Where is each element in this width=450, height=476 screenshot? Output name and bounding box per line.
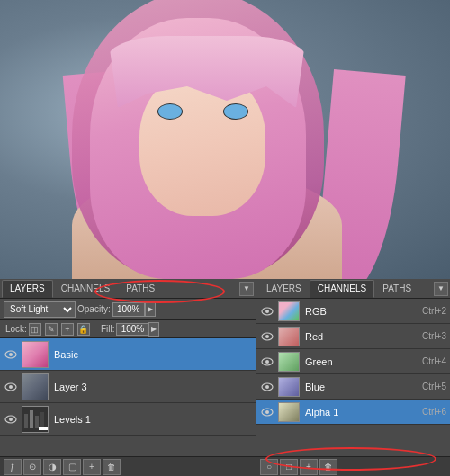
svg-point-1 [9,353,13,356]
channel-item-rgb[interactable]: RGB Ctrl+2 [256,299,450,324]
panel-menu-button-left[interactable]: ▼ [239,282,254,296]
svg-rect-6 [24,414,28,428]
layer-thumb-basic [22,341,49,368]
layer-thumb-layer3 [22,373,49,400]
channel-shortcut-rgb: Ctrl+2 [422,306,446,316]
layer-item-layer3[interactable]: Layer 3 [0,371,256,403]
fx-button[interactable]: ƒ [4,459,22,475]
eye-toggle-layer3[interactable] [4,380,18,394]
svg-point-20 [266,410,269,414]
channel-thumb-blue [278,377,300,397]
layer-name-basic: Basic [54,349,252,360]
channel-eye-rgb[interactable] [260,304,274,319]
layers-tab-bar: LAYERS CHANNELS PATHS ▼ [0,279,256,299]
channels-tab-bar: LAYERS CHANNELS PATHS ▼ [256,279,450,299]
layer-name-layer3: Layer 3 [54,382,252,392]
load-channel-selection-button[interactable]: ○ [260,459,278,475]
tab-layers-right[interactable]: LAYERS [258,280,310,298]
svg-rect-7 [30,410,33,428]
layers-panel: LAYERS CHANNELS PATHS ▼ Soft Light Norma… [0,279,256,476]
channel-eye-blue[interactable] [260,380,274,394]
panel-menu-button-right[interactable]: ▼ [434,282,448,296]
channels-panel: LAYERS CHANNELS PATHS ▼ RGB [256,279,450,476]
new-group-button[interactable]: ▢ [63,459,81,475]
tab-channels-right[interactable]: CHANNELS [310,280,374,298]
layer-item-levels[interactable]: Levels 1 [0,403,256,436]
channel-item-green[interactable]: Green Ctrl+4 [256,349,450,374]
channel-eye-red[interactable] [260,329,274,344]
channel-shortcut-blue: Ctrl+5 [422,382,446,391]
channel-item-alpha1[interactable]: Alpha 1 Ctrl+6 [256,400,450,425]
layer-name-levels: Levels 1 [54,414,252,425]
layers-bottom-bar: ƒ ⊙ ◑ ▢ + 🗑 [0,456,256,476]
blend-toolbar: Soft Light Normal Multiply Screen Overla… [0,299,256,320]
svg-point-3 [9,385,13,389]
opacity-input[interactable] [112,302,145,317]
svg-point-16 [266,360,269,364]
new-channel-button[interactable]: + [300,459,318,475]
layer-item-basic[interactable]: Basic [0,338,256,371]
channel-name-rgb: RGB [305,306,422,317]
channel-shortcut-red: Ctrl+3 [422,331,446,341]
layer-thumb-levels [22,406,49,433]
tab-channels-left[interactable]: CHANNELS [53,280,118,298]
lock-position-btn[interactable]: + [61,323,74,336]
panels-area: LAYERS CHANNELS PATHS ▼ Soft Light Norma… [0,279,450,476]
lock-paint-btn[interactable]: ✎ [45,323,58,336]
channel-name-red: Red [305,331,422,342]
channel-shortcut-alpha1: Ctrl+6 [422,407,446,417]
svg-point-18 [266,385,269,389]
channel-item-red[interactable]: Red Ctrl+3 [256,324,450,349]
eye-toggle-basic[interactable] [4,347,18,362]
channels-bottom-bar: ○ □ + 🗑 [256,456,450,476]
channel-name-alpha1: Alpha 1 [305,407,422,418]
fill-label: Fill: [101,324,115,334]
tab-paths-right[interactable]: PATHS [374,280,419,298]
fill-input[interactable] [116,323,148,336]
svg-rect-10 [39,427,48,430]
channel-eye-green[interactable] [260,355,274,369]
lock-icons: ◫ ✎ + 🔒 [29,323,92,336]
fill-arrow[interactable]: ▶ [148,322,159,337]
channel-shortcut-green: Ctrl+4 [422,356,446,366]
opacity-arrow[interactable]: ▶ [145,302,156,317]
lock-all-btn[interactable]: 🔒 [77,323,90,336]
channel-thumb-green [278,352,300,372]
eye-toggle-levels[interactable] [4,412,18,427]
blend-mode-select[interactable]: Soft Light Normal Multiply Screen Overla… [4,301,76,318]
lock-label: Lock: [5,324,27,334]
opacity-label: Opacity: [77,304,111,314]
svg-point-5 [9,418,13,421]
channel-thumb-rgb [278,301,300,321]
channel-item-blue[interactable]: Blue Ctrl+5 [256,374,450,400]
channel-thumb-alpha1 [278,402,300,422]
tab-layers-left[interactable]: LAYERS [2,280,53,298]
layers-list: Basic Layer 3 [0,338,256,456]
svg-rect-9 [40,412,44,428]
channel-name-green: Green [305,356,422,367]
delete-layer-button[interactable]: 🗑 [103,459,121,475]
svg-point-14 [266,335,269,338]
svg-rect-8 [35,416,39,428]
channel-thumb-red [278,327,300,346]
tab-paths-left[interactable]: PATHS [118,280,163,298]
svg-point-12 [266,310,269,313]
photo-canvas [0,0,450,279]
channel-eye-alpha1[interactable] [260,405,274,419]
channel-name-blue: Blue [305,382,422,392]
lock-row: Lock: ◫ ✎ + 🔒 Fill: ▶ [0,320,256,338]
lock-transparency-btn[interactable]: ◫ [29,323,41,336]
new-fill-layer-button[interactable]: ⊙ [23,459,41,475]
new-adjustment-button[interactable]: ◑ [43,459,61,475]
channels-list: RGB Ctrl+2 Red Ctrl+3 [256,299,450,456]
delete-channel-button[interactable]: 🗑 [320,459,338,475]
save-selection-button[interactable]: □ [280,459,298,475]
new-layer-button[interactable]: + [83,459,101,475]
